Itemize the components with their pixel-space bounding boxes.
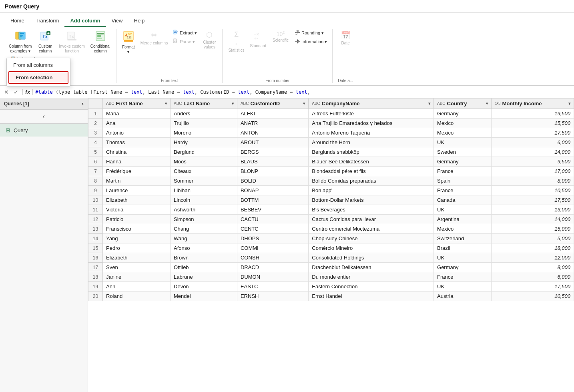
cell-first-name: Yang — [103, 234, 171, 243]
from-text-buttons: A BC 123 Format▾ ⇔ Merge columns ABC→ — [120, 29, 219, 78]
row-num-cell: 17 — [88, 263, 103, 272]
table-row: 9LaurenceLibihanBONAPBon app'France10,50… — [88, 186, 574, 195]
rounding-info-group: .00.0 Rounding ▾ ▲▼ Information ▾ — [293, 29, 329, 46]
col-filter-monthly-income[interactable]: ▾ — [568, 101, 570, 106]
cell-companyname: Cactus Comidas para llevar — [309, 215, 434, 224]
sidebar-item-query[interactable]: ⊞ Query — [0, 124, 88, 137]
col-header-country: ABC Country ▾ — [434, 99, 492, 109]
format-button[interactable]: A BC 123 Format▾ — [120, 29, 137, 56]
extract-button[interactable]: ABC→ Extract ▾ — [171, 29, 199, 37]
formula-cancel-icon[interactable]: ✕ — [2, 88, 10, 96]
cell-last-name: Simpson — [171, 215, 237, 224]
invoke-custom-function-button[interactable]: fx Invoke customfunction — [56, 29, 87, 55]
cell-companyname: Bon app' — [309, 186, 434, 195]
cell-last-name: Ashworth — [171, 205, 237, 215]
column-from-examples-label: Column fromexamples ▾ — [9, 44, 32, 54]
tab-home[interactable]: Home — [5, 15, 30, 27]
dropdown-item-from-selection[interactable]: From selection — [8, 71, 68, 84]
tab-view[interactable]: View — [106, 15, 128, 27]
col-filter-first-name[interactable]: ▾ — [165, 101, 167, 106]
table-row: 6HannaMoosBLAUSBlauer See DelikatessenGe… — [88, 157, 574, 167]
date-button[interactable]: 📅 Date — [336, 29, 355, 47]
cell-first-name: Roland — [103, 291, 171, 301]
ribbon: Column fromexamples ▾ From all columns F… — [0, 27, 574, 86]
formula-confirm-icon[interactable]: ✓ — [12, 88, 20, 96]
cell-last-name: Berglund — [171, 147, 237, 157]
col-filter-last-name[interactable]: ▾ — [232, 101, 234, 106]
standard-icon: ÷× +- — [253, 30, 263, 43]
information-icon: ▲▼ — [295, 38, 300, 45]
tab-transform[interactable]: Transform — [30, 15, 65, 27]
cell-monthly-income: 5,000 — [492, 234, 574, 243]
svg-text:+: + — [47, 31, 50, 36]
parse-button[interactable]: abc Parse ▾ — [171, 38, 199, 46]
sidebar-header: Queries [1] › — [0, 98, 88, 110]
scientific-button[interactable]: 102 Scientific — [269, 29, 292, 44]
table-body: 1MariaAndersALFKIAlfreds FutterkisteGerm… — [88, 109, 574, 301]
cell-customerid: ERNSH — [237, 291, 308, 301]
cell-country: UK — [434, 253, 492, 263]
cell-customerid: DHOPS — [237, 234, 308, 243]
cell-customerid: BLAUS — [237, 157, 308, 167]
merge-columns-icon: ⇔ — [151, 30, 157, 39]
row-num-cell: 16 — [88, 253, 103, 263]
cell-last-name: Hardy — [171, 138, 237, 147]
table-row: 17SvenOttliebDRACDDrachenblut Delikatess… — [88, 263, 574, 272]
cluster-values-icon: ⬡ — [206, 30, 213, 39]
invoke-custom-function-label: Invoke customfunction — [59, 44, 84, 54]
cell-first-name: Ana — [103, 119, 171, 128]
dropdown-item-all-columns[interactable]: From all columns — [7, 60, 70, 70]
col-filter-companyname[interactable]: ▾ — [428, 101, 430, 106]
conditional-column-button[interactable]: Conditionalcolumn — [88, 29, 113, 55]
formula-bar: ✕ ✓ fx #table (type table [First Name = … — [0, 86, 574, 98]
table-header-row: ABC First Name ▾ ABC Last Name ▾ — [88, 99, 574, 109]
cell-monthly-income: 17,000 — [492, 167, 574, 176]
cell-last-name: Chang — [171, 224, 237, 234]
sidebar-collapse-button[interactable]: ‹ — [0, 110, 88, 124]
row-num-cell: 13 — [88, 224, 103, 234]
svg-text:123: 123 — [127, 36, 132, 39]
col-header-monthly-income: 1²3 Monthly Income ▾ — [492, 99, 574, 109]
cell-country: Canada — [434, 195, 492, 205]
statistics-button[interactable]: ΣX Statistics — [226, 29, 247, 54]
rounding-icon: .00.0 — [295, 30, 300, 36]
tab-add-column[interactable]: Add column — [64, 15, 106, 27]
column-from-examples-button[interactable]: Column fromexamples ▾ — [6, 29, 34, 55]
cell-first-name: Janine — [103, 272, 171, 282]
app-title: Power Query — [5, 3, 39, 10]
row-num-cell: 14 — [88, 234, 103, 243]
svg-text:+-: +- — [254, 36, 258, 41]
col-type-last-name: ABC — [174, 101, 182, 106]
parse-icon: abc — [173, 38, 179, 45]
cell-companyname: Eastern Connection — [309, 282, 434, 291]
cluster-values-button[interactable]: ⬡ Clustervalues — [200, 29, 219, 51]
tab-help[interactable]: Help — [128, 15, 151, 27]
format-icon: A BC 123 — [123, 30, 134, 44]
cell-customerid: DRACD — [237, 263, 308, 272]
cell-monthly-income: 14,000 — [492, 215, 574, 224]
cell-last-name: Labrune — [171, 272, 237, 282]
information-button[interactable]: ▲▼ Information ▾ — [293, 38, 329, 46]
col-filter-customerid[interactable]: ▾ — [303, 101, 305, 106]
standard-button[interactable]: ÷× +- Standard — [247, 29, 269, 50]
cell-companyname: Ana Trujillo Emaredados y helados — [309, 119, 434, 128]
merge-columns-button[interactable]: ⇔ Merge columns — [138, 29, 170, 47]
data-grid-container[interactable]: ABC First Name ▾ ABC Last Name ▾ — [88, 98, 574, 392]
svg-rect-13 — [97, 33, 104, 34]
cell-companyname: Du monde entier — [309, 272, 434, 282]
sidebar-collapse-icon[interactable]: › — [82, 101, 84, 107]
col-label-customerid: CustomerID — [251, 101, 280, 107]
col-type-country: ABC — [437, 101, 446, 106]
cell-first-name: Frédérique — [103, 167, 171, 176]
col-filter-country[interactable]: ▾ — [486, 101, 488, 106]
row-num-cell: 12 — [88, 215, 103, 224]
row-num-cell: 11 — [88, 205, 103, 215]
custom-column-button[interactable]: fx + Customcolumn — [35, 29, 56, 55]
cell-last-name: Lincoln — [171, 195, 237, 205]
rounding-button[interactable]: .00.0 Rounding ▾ — [293, 29, 329, 37]
row-num-header — [88, 99, 103, 109]
cell-country: Germany — [434, 157, 492, 167]
ribbon-group-general: Column fromexamples ▾ From all columns F… — [3, 29, 116, 83]
cell-first-name: Elizabeth — [103, 253, 171, 263]
cell-companyname: Ernst Handel — [309, 291, 434, 301]
